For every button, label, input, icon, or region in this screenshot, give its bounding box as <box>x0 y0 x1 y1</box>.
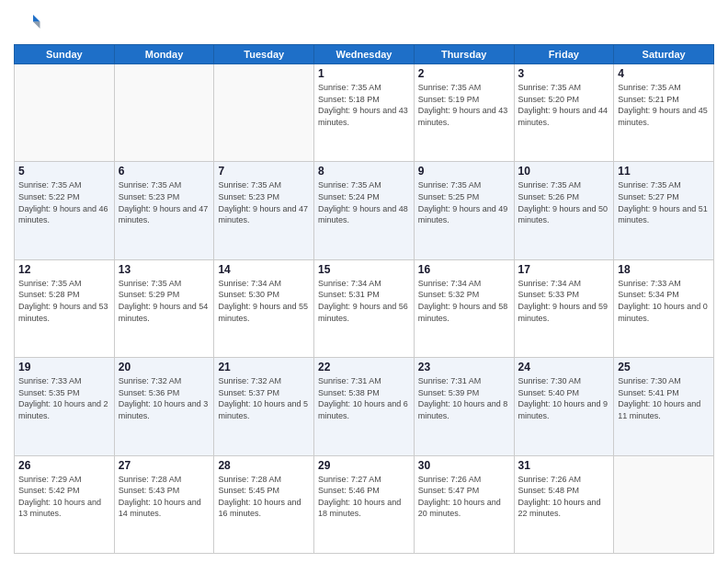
day-info: Sunrise: 7:29 AM Sunset: 5:42 PM Dayligh… <box>18 474 110 520</box>
calendar-week-3: 12Sunrise: 7:35 AM Sunset: 5:28 PM Dayli… <box>15 259 714 357</box>
calendar-table: SundayMondayTuesdayWednesdayThursdayFrid… <box>14 44 714 554</box>
calendar-cell: 6Sunrise: 7:35 AM Sunset: 5:23 PM Daylig… <box>114 162 214 259</box>
day-info: Sunrise: 7:34 AM Sunset: 5:31 PM Dayligh… <box>318 278 410 324</box>
calendar-cell <box>214 64 314 162</box>
calendar-cell: 13Sunrise: 7:35 AM Sunset: 5:29 PM Dayli… <box>114 259 214 357</box>
calendar-cell: 7Sunrise: 7:35 AM Sunset: 5:23 PM Daylig… <box>214 162 314 259</box>
logo-icon <box>14 9 41 37</box>
calendar-cell: 23Sunrise: 7:31 AM Sunset: 5:39 PM Dayli… <box>414 358 514 455</box>
calendar-cell: 14Sunrise: 7:34 AM Sunset: 5:30 PM Dayli… <box>214 259 314 357</box>
calendar-cell: 18Sunrise: 7:33 AM Sunset: 5:34 PM Dayli… <box>614 259 714 357</box>
calendar-week-2: 5Sunrise: 7:35 AM Sunset: 5:22 PM Daylig… <box>15 162 714 259</box>
calendar-cell: 31Sunrise: 7:26 AM Sunset: 5:48 PM Dayli… <box>514 455 614 553</box>
day-info: Sunrise: 7:26 AM Sunset: 5:48 PM Dayligh… <box>518 474 610 520</box>
header <box>14 9 714 37</box>
day-number: 25 <box>618 361 710 373</box>
calendar-cell: 29Sunrise: 7:27 AM Sunset: 5:46 PM Dayli… <box>314 455 415 553</box>
day-number: 15 <box>318 263 410 276</box>
day-number: 9 <box>418 165 510 178</box>
day-info: Sunrise: 7:30 AM Sunset: 5:41 PM Dayligh… <box>618 375 710 421</box>
day-number: 26 <box>18 459 110 472</box>
calendar-cell: 19Sunrise: 7:33 AM Sunset: 5:35 PM Dayli… <box>15 358 115 455</box>
svg-marker-0 <box>33 15 40 22</box>
day-number: 19 <box>18 361 110 373</box>
day-info: Sunrise: 7:35 AM Sunset: 5:23 PM Dayligh… <box>119 179 210 225</box>
day-number: 1 <box>318 67 410 80</box>
weekday-header-monday: Monday <box>114 45 214 64</box>
day-number: 4 <box>618 67 710 80</box>
weekday-header-tuesday: Tuesday <box>214 45 314 64</box>
day-number: 23 <box>418 361 510 373</box>
day-info: Sunrise: 7:35 AM Sunset: 5:25 PM Dayligh… <box>418 179 510 225</box>
day-number: 3 <box>518 67 610 80</box>
weekday-header-row: SundayMondayTuesdayWednesdayThursdayFrid… <box>15 45 714 64</box>
calendar-cell: 15Sunrise: 7:34 AM Sunset: 5:31 PM Dayli… <box>314 259 415 357</box>
day-number: 24 <box>518 361 610 373</box>
day-number: 28 <box>218 459 310 472</box>
day-info: Sunrise: 7:35 AM Sunset: 5:18 PM Dayligh… <box>318 82 410 128</box>
day-info: Sunrise: 7:31 AM Sunset: 5:38 PM Dayligh… <box>318 375 410 421</box>
calendar-cell: 30Sunrise: 7:26 AM Sunset: 5:47 PM Dayli… <box>414 455 514 553</box>
day-number: 13 <box>119 263 210 276</box>
day-info: Sunrise: 7:26 AM Sunset: 5:47 PM Dayligh… <box>418 474 510 520</box>
calendar-cell: 21Sunrise: 7:32 AM Sunset: 5:37 PM Dayli… <box>214 358 314 455</box>
day-info: Sunrise: 7:35 AM Sunset: 5:20 PM Dayligh… <box>518 82 610 128</box>
day-number: 18 <box>618 263 710 276</box>
calendar-cell <box>614 455 714 553</box>
page: SundayMondayTuesdayWednesdayThursdayFrid… <box>0 0 728 563</box>
day-info: Sunrise: 7:31 AM Sunset: 5:39 PM Dayligh… <box>418 375 510 421</box>
day-number: 30 <box>418 459 510 472</box>
day-info: Sunrise: 7:35 AM Sunset: 5:24 PM Dayligh… <box>318 179 410 225</box>
day-number: 6 <box>119 165 210 178</box>
day-info: Sunrise: 7:33 AM Sunset: 5:34 PM Dayligh… <box>618 278 710 324</box>
day-number: 27 <box>119 459 210 472</box>
day-number: 22 <box>318 361 410 373</box>
day-number: 31 <box>518 459 610 472</box>
calendar-cell: 9Sunrise: 7:35 AM Sunset: 5:25 PM Daylig… <box>414 162 514 259</box>
day-info: Sunrise: 7:35 AM Sunset: 5:27 PM Dayligh… <box>618 179 710 225</box>
day-info: Sunrise: 7:32 AM Sunset: 5:37 PM Dayligh… <box>218 375 310 421</box>
weekday-header-wednesday: Wednesday <box>314 45 415 64</box>
calendar-cell: 22Sunrise: 7:31 AM Sunset: 5:38 PM Dayli… <box>314 358 415 455</box>
calendar-week-5: 26Sunrise: 7:29 AM Sunset: 5:42 PM Dayli… <box>15 455 714 553</box>
weekday-header-saturday: Saturday <box>614 45 714 64</box>
day-info: Sunrise: 7:35 AM Sunset: 5:29 PM Dayligh… <box>119 278 210 324</box>
weekday-header-thursday: Thursday <box>414 45 514 64</box>
calendar-cell: 28Sunrise: 7:28 AM Sunset: 5:45 PM Dayli… <box>214 455 314 553</box>
calendar-week-4: 19Sunrise: 7:33 AM Sunset: 5:35 PM Dayli… <box>15 358 714 455</box>
day-number: 12 <box>18 263 110 276</box>
day-number: 11 <box>618 165 710 178</box>
calendar-cell: 27Sunrise: 7:28 AM Sunset: 5:43 PM Dayli… <box>114 455 214 553</box>
day-info: Sunrise: 7:35 AM Sunset: 5:26 PM Dayligh… <box>518 179 610 225</box>
day-number: 8 <box>318 165 410 178</box>
calendar-cell: 25Sunrise: 7:30 AM Sunset: 5:41 PM Dayli… <box>614 358 714 455</box>
logo <box>14 9 45 37</box>
calendar-cell <box>114 64 214 162</box>
day-info: Sunrise: 7:34 AM Sunset: 5:32 PM Dayligh… <box>418 278 510 324</box>
day-number: 14 <box>218 263 310 276</box>
day-number: 29 <box>318 459 410 472</box>
calendar-cell: 4Sunrise: 7:35 AM Sunset: 5:21 PM Daylig… <box>614 64 714 162</box>
weekday-header-friday: Friday <box>514 45 614 64</box>
day-number: 10 <box>518 165 610 178</box>
svg-marker-1 <box>33 22 40 29</box>
day-info: Sunrise: 7:34 AM Sunset: 5:33 PM Dayligh… <box>518 278 610 324</box>
calendar-cell: 12Sunrise: 7:35 AM Sunset: 5:28 PM Dayli… <box>15 259 115 357</box>
calendar-cell: 20Sunrise: 7:32 AM Sunset: 5:36 PM Dayli… <box>114 358 214 455</box>
weekday-header-sunday: Sunday <box>15 45 115 64</box>
day-info: Sunrise: 7:30 AM Sunset: 5:40 PM Dayligh… <box>518 375 610 421</box>
day-info: Sunrise: 7:35 AM Sunset: 5:23 PM Dayligh… <box>218 179 310 225</box>
calendar-cell: 1Sunrise: 7:35 AM Sunset: 5:18 PM Daylig… <box>314 64 415 162</box>
day-info: Sunrise: 7:34 AM Sunset: 5:30 PM Dayligh… <box>218 278 310 324</box>
day-info: Sunrise: 7:28 AM Sunset: 5:45 PM Dayligh… <box>218 474 310 520</box>
day-info: Sunrise: 7:35 AM Sunset: 5:28 PM Dayligh… <box>18 278 110 324</box>
day-number: 17 <box>518 263 610 276</box>
calendar-cell: 24Sunrise: 7:30 AM Sunset: 5:40 PM Dayli… <box>514 358 614 455</box>
day-info: Sunrise: 7:35 AM Sunset: 5:21 PM Dayligh… <box>618 82 710 128</box>
day-info: Sunrise: 7:33 AM Sunset: 5:35 PM Dayligh… <box>18 375 110 421</box>
calendar-cell: 10Sunrise: 7:35 AM Sunset: 5:26 PM Dayli… <box>514 162 614 259</box>
day-number: 7 <box>218 165 310 178</box>
calendar-cell: 11Sunrise: 7:35 AM Sunset: 5:27 PM Dayli… <box>614 162 714 259</box>
day-number: 20 <box>119 361 210 373</box>
calendar-cell: 2Sunrise: 7:35 AM Sunset: 5:19 PM Daylig… <box>414 64 514 162</box>
